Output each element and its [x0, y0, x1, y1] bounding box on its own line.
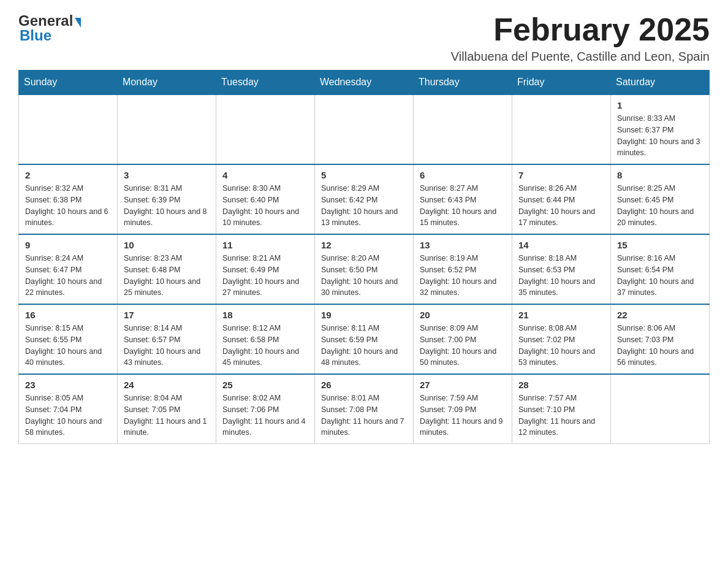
day-number: 1: [617, 100, 703, 110]
calendar-cell: 13Sunrise: 8:19 AMSunset: 6:52 PMDayligh…: [414, 234, 512, 304]
calendar-cell: 26Sunrise: 8:01 AMSunset: 7:08 PMDayligh…: [315, 374, 414, 444]
col-header-wednesday: Wednesday: [315, 71, 414, 95]
day-info: Sunrise: 8:30 AMSunset: 6:40 PMDaylight:…: [222, 183, 308, 229]
week-row-2: 2Sunrise: 8:32 AMSunset: 6:38 PMDaylight…: [19, 164, 710, 234]
day-number: 7: [518, 170, 604, 180]
col-header-monday: Monday: [118, 71, 216, 95]
day-info: Sunrise: 8:27 AMSunset: 6:43 PMDaylight:…: [420, 183, 506, 229]
day-info: Sunrise: 8:11 AMSunset: 6:59 PMDaylight:…: [321, 323, 407, 369]
day-number: 15: [617, 240, 703, 250]
day-number: 23: [25, 380, 111, 390]
week-row-5: 23Sunrise: 8:05 AMSunset: 7:04 PMDayligh…: [19, 374, 710, 444]
day-info: Sunrise: 8:21 AMSunset: 6:49 PMDaylight:…: [222, 253, 308, 299]
day-info: Sunrise: 8:26 AMSunset: 6:44 PMDaylight:…: [518, 183, 604, 229]
week-row-4: 16Sunrise: 8:15 AMSunset: 6:55 PMDayligh…: [19, 304, 710, 374]
calendar-cell: 6Sunrise: 8:27 AMSunset: 6:43 PMDaylight…: [414, 164, 512, 234]
calendar-cell: 11Sunrise: 8:21 AMSunset: 6:49 PMDayligh…: [216, 234, 315, 304]
calendar-cell: [118, 94, 216, 164]
day-number: 11: [222, 240, 308, 250]
calendar-cell: [315, 94, 414, 164]
calendar-cell: 4Sunrise: 8:30 AMSunset: 6:40 PMDaylight…: [216, 164, 315, 234]
day-number: 25: [222, 380, 308, 390]
logo: General Blue: [18, 12, 81, 44]
col-header-tuesday: Tuesday: [216, 71, 315, 95]
calendar-table: SundayMondayTuesdayWednesdayThursdayFrid…: [18, 70, 710, 444]
calendar-cell: 18Sunrise: 8:12 AMSunset: 6:58 PMDayligh…: [216, 304, 315, 374]
calendar-cell: 7Sunrise: 8:26 AMSunset: 6:44 PMDaylight…: [512, 164, 611, 234]
calendar-cell: [611, 374, 710, 444]
month-title: February 2025: [451, 12, 710, 47]
day-info: Sunrise: 8:02 AMSunset: 7:06 PMDaylight:…: [222, 393, 308, 439]
calendar-cell: 9Sunrise: 8:24 AMSunset: 6:47 PMDaylight…: [19, 234, 118, 304]
day-number: 21: [518, 310, 604, 320]
week-row-1: 1Sunrise: 8:33 AMSunset: 6:37 PMDaylight…: [19, 94, 710, 164]
week-row-3: 9Sunrise: 8:24 AMSunset: 6:47 PMDaylight…: [19, 234, 710, 304]
day-info: Sunrise: 8:32 AMSunset: 6:38 PMDaylight:…: [25, 183, 111, 229]
calendar-cell: [512, 94, 611, 164]
calendar-cell: 23Sunrise: 8:05 AMSunset: 7:04 PMDayligh…: [19, 374, 118, 444]
calendar-cell: 1Sunrise: 8:33 AMSunset: 6:37 PMDaylight…: [611, 94, 710, 164]
day-info: Sunrise: 8:08 AMSunset: 7:02 PMDaylight:…: [518, 323, 604, 369]
calendar-cell: 27Sunrise: 7:59 AMSunset: 7:09 PMDayligh…: [414, 374, 512, 444]
calendar-cell: [414, 94, 512, 164]
day-info: Sunrise: 8:04 AMSunset: 7:05 PMDaylight:…: [124, 393, 210, 439]
calendar-header-row: SundayMondayTuesdayWednesdayThursdayFrid…: [19, 71, 710, 95]
day-info: Sunrise: 8:16 AMSunset: 6:54 PMDaylight:…: [617, 253, 703, 299]
calendar-cell: 24Sunrise: 8:04 AMSunset: 7:05 PMDayligh…: [118, 374, 216, 444]
location-title: Villabuena del Puente, Castille and Leon…: [451, 50, 710, 64]
day-number: 22: [617, 310, 703, 320]
day-number: 27: [420, 380, 506, 390]
calendar-cell: [216, 94, 315, 164]
calendar-cell: 15Sunrise: 8:16 AMSunset: 6:54 PMDayligh…: [611, 234, 710, 304]
day-number: 2: [25, 170, 111, 180]
day-number: 16: [25, 310, 111, 320]
day-info: Sunrise: 8:25 AMSunset: 6:45 PMDaylight:…: [617, 183, 703, 229]
day-info: Sunrise: 8:31 AMSunset: 6:39 PMDaylight:…: [124, 183, 210, 229]
day-info: Sunrise: 8:33 AMSunset: 6:37 PMDaylight:…: [617, 113, 703, 159]
day-info: Sunrise: 8:23 AMSunset: 6:48 PMDaylight:…: [124, 253, 210, 299]
day-number: 19: [321, 310, 407, 320]
col-header-saturday: Saturday: [611, 71, 710, 95]
day-info: Sunrise: 8:12 AMSunset: 6:58 PMDaylight:…: [222, 323, 308, 369]
day-info: Sunrise: 8:18 AMSunset: 6:53 PMDaylight:…: [518, 253, 604, 299]
day-info: Sunrise: 7:59 AMSunset: 7:09 PMDaylight:…: [420, 393, 506, 439]
day-number: 26: [321, 380, 407, 390]
day-number: 20: [420, 310, 506, 320]
page-header: General Blue February 2025 Villabuena de…: [18, 12, 710, 64]
day-number: 3: [124, 170, 210, 180]
day-info: Sunrise: 8:24 AMSunset: 6:47 PMDaylight:…: [25, 253, 111, 299]
day-info: Sunrise: 8:20 AMSunset: 6:50 PMDaylight:…: [321, 253, 407, 299]
day-number: 18: [222, 310, 308, 320]
day-number: 4: [222, 170, 308, 180]
day-info: Sunrise: 8:01 AMSunset: 7:08 PMDaylight:…: [321, 393, 407, 439]
day-number: 9: [25, 240, 111, 250]
day-info: Sunrise: 7:57 AMSunset: 7:10 PMDaylight:…: [518, 393, 604, 439]
calendar-cell: 5Sunrise: 8:29 AMSunset: 6:42 PMDaylight…: [315, 164, 414, 234]
day-number: 28: [518, 380, 604, 390]
day-info: Sunrise: 8:14 AMSunset: 6:57 PMDaylight:…: [124, 323, 210, 369]
calendar-cell: 25Sunrise: 8:02 AMSunset: 7:06 PMDayligh…: [216, 374, 315, 444]
calendar-cell: 16Sunrise: 8:15 AMSunset: 6:55 PMDayligh…: [19, 304, 118, 374]
day-info: Sunrise: 8:06 AMSunset: 7:03 PMDaylight:…: [617, 323, 703, 369]
day-number: 5: [321, 170, 407, 180]
calendar-cell: 17Sunrise: 8:14 AMSunset: 6:57 PMDayligh…: [118, 304, 216, 374]
calendar-cell: 19Sunrise: 8:11 AMSunset: 6:59 PMDayligh…: [315, 304, 414, 374]
calendar-cell: 3Sunrise: 8:31 AMSunset: 6:39 PMDaylight…: [118, 164, 216, 234]
day-info: Sunrise: 8:09 AMSunset: 7:00 PMDaylight:…: [420, 323, 506, 369]
col-header-thursday: Thursday: [414, 71, 512, 95]
calendar-cell: 10Sunrise: 8:23 AMSunset: 6:48 PMDayligh…: [118, 234, 216, 304]
day-number: 12: [321, 240, 407, 250]
calendar-cell: [19, 94, 118, 164]
day-info: Sunrise: 8:15 AMSunset: 6:55 PMDaylight:…: [25, 323, 111, 369]
calendar-cell: 22Sunrise: 8:06 AMSunset: 7:03 PMDayligh…: [611, 304, 710, 374]
title-block: February 2025 Villabuena del Puente, Cas…: [451, 12, 710, 64]
col-header-sunday: Sunday: [19, 71, 118, 95]
day-info: Sunrise: 8:29 AMSunset: 6:42 PMDaylight:…: [321, 183, 407, 229]
day-info: Sunrise: 8:19 AMSunset: 6:52 PMDaylight:…: [420, 253, 506, 299]
logo-triangle-icon: [75, 18, 81, 28]
day-number: 17: [124, 310, 210, 320]
day-number: 24: [124, 380, 210, 390]
day-info: Sunrise: 8:05 AMSunset: 7:04 PMDaylight:…: [25, 393, 111, 439]
calendar-cell: 21Sunrise: 8:08 AMSunset: 7:02 PMDayligh…: [512, 304, 611, 374]
calendar-cell: 12Sunrise: 8:20 AMSunset: 6:50 PMDayligh…: [315, 234, 414, 304]
